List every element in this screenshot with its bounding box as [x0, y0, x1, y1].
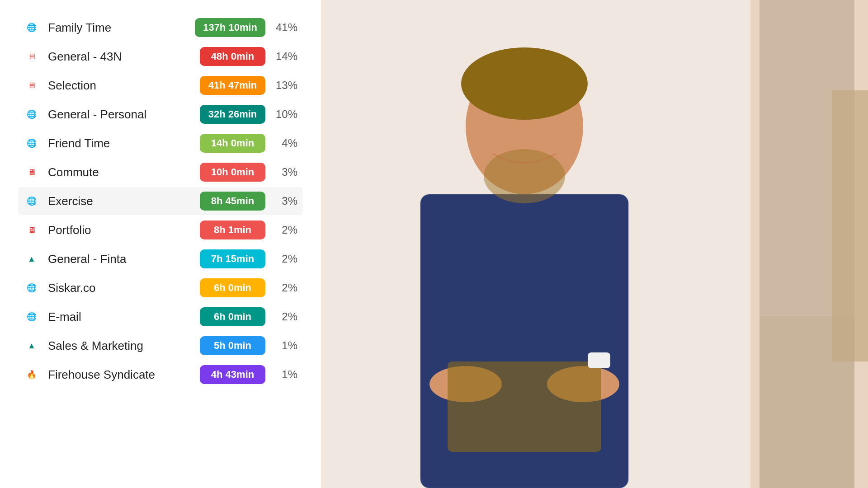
svg-rect-15	[588, 352, 610, 368]
person-background	[321, 0, 868, 488]
list-item[interactable]: 🖥Selection41h 47min13%	[18, 71, 303, 99]
item-name: Selection	[48, 79, 200, 93]
list-item[interactable]: 🌐E-mail6h 0min2%	[18, 303, 303, 331]
percent-label: 3%	[273, 166, 297, 178]
time-badge: 32h 26min	[200, 105, 265, 124]
svg-point-8	[461, 47, 588, 120]
list-item[interactable]: 🌐Siskar.co6h 0min2%	[18, 274, 303, 302]
item-name: Portfolio	[48, 223, 200, 237]
item-name: Family Time	[48, 21, 195, 35]
item-icon: 🌐	[24, 280, 40, 296]
item-icon: 🖥	[24, 77, 40, 94]
time-badge: 4h 43min	[200, 365, 265, 384]
item-icon: ▲	[24, 338, 40, 354]
list-item[interactable]: 🖥General - 43N48h 0min14%	[18, 42, 303, 70]
list-item[interactable]: 🔥Firehouse Syndicate4h 43min1%	[18, 361, 303, 389]
time-badge: 7h 15min	[200, 249, 265, 268]
time-badge: 5h 0min	[200, 336, 265, 355]
time-badge: 8h 45min	[200, 192, 265, 211]
photo-panel	[321, 0, 868, 488]
list-item[interactable]: 🖥Commute10h 0min3%	[18, 158, 303, 186]
time-badge: 137h 10min	[195, 18, 265, 37]
item-icon: 🔥	[24, 366, 40, 383]
time-badge: 41h 47min	[200, 76, 265, 95]
percent-label: 2%	[273, 282, 297, 294]
item-name: General - Finta	[48, 252, 200, 266]
time-badge: 6h 0min	[200, 278, 265, 297]
item-icon: 🖥	[24, 48, 40, 65]
item-name: General - Personal	[48, 108, 200, 122]
list-item[interactable]: 🌐Friend Time14h 0min4%	[18, 129, 303, 157]
item-name: Sales & Marketing	[48, 339, 200, 353]
percent-label: 1%	[273, 339, 297, 352]
svg-rect-13	[448, 361, 601, 452]
item-icon: 🌐	[24, 135, 40, 151]
item-icon: 🌐	[24, 19, 40, 36]
svg-point-14	[484, 149, 565, 203]
percent-label: 41%	[273, 21, 297, 34]
item-icon: ▲	[24, 251, 40, 267]
list-item[interactable]: 🌐Family Time137h 10min41%	[18, 14, 303, 42]
list-item[interactable]: 🌐General - Personal32h 26min10%	[18, 100, 303, 128]
list-item[interactable]: 🌐Exercise8h 45min3%	[18, 187, 303, 215]
percent-label: 2%	[273, 253, 297, 265]
item-name: Commute	[48, 165, 200, 179]
item-name: E-mail	[48, 310, 200, 324]
item-icon: 🌐	[24, 309, 40, 325]
percent-label: 3%	[273, 195, 297, 207]
percent-label: 10%	[273, 108, 297, 121]
percent-label: 13%	[273, 79, 297, 92]
list-item[interactable]: ▲General - Finta7h 15min2%	[18, 245, 303, 273]
time-badge: 48h 0min	[200, 47, 265, 66]
list-item[interactable]: 🖥Portfolio8h 1min2%	[18, 216, 303, 244]
item-icon: 🌐	[24, 193, 40, 209]
item-icon: 🌐	[24, 106, 40, 122]
percent-label: 2%	[273, 310, 297, 323]
time-badge: 14h 0min	[200, 134, 265, 153]
item-name: Exercise	[48, 194, 200, 208]
percent-label: 14%	[273, 50, 297, 63]
item-name: Friend Time	[48, 136, 200, 150]
item-name: Siskar.co	[48, 281, 200, 295]
time-badge: 6h 0min	[200, 307, 265, 326]
percent-label: 2%	[273, 224, 297, 236]
svg-rect-6	[832, 90, 868, 361]
percent-label: 1%	[273, 368, 297, 381]
item-icon: 🖥	[24, 164, 40, 180]
item-name: General - 43N	[48, 50, 200, 64]
list-panel: 🌐Family Time137h 10min41%🖥General - 43N4…	[0, 0, 321, 488]
time-badge: 8h 1min	[200, 221, 265, 239]
item-icon: 🖥	[24, 222, 40, 238]
time-badge: 10h 0min	[200, 163, 265, 182]
item-name: Firehouse Syndicate	[48, 368, 200, 382]
person-illustration	[321, 0, 868, 488]
list-item[interactable]: ▲Sales & Marketing5h 0min1%	[18, 332, 303, 360]
percent-label: 4%	[273, 137, 297, 150]
